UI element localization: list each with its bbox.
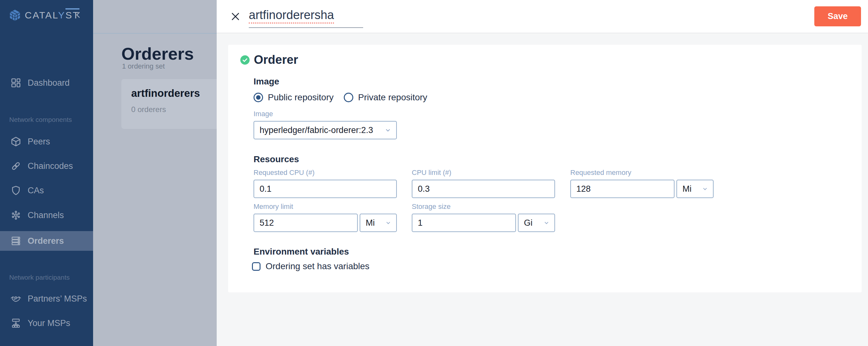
- logo: CATALYST: [0, 5, 93, 25]
- memory-limit-input[interactable]: [253, 214, 358, 232]
- storage-size-unit-select[interactable]: Gi: [518, 214, 555, 232]
- sidebar-item-label: Dashboard: [28, 78, 69, 88]
- chevron-down-icon: [543, 219, 550, 226]
- catalyst-cube-logo-icon: [8, 8, 22, 22]
- radio-public-repository[interactable]: Public repository: [253, 92, 334, 103]
- image-select[interactable]: hyperledger/fabric-orderer:2.3: [253, 121, 397, 139]
- chevron-down-icon: [702, 185, 709, 193]
- close-icon[interactable]: [229, 10, 242, 23]
- success-check-icon: [240, 55, 250, 65]
- ordering-set-card[interactable]: artfinorderers 0 orderers: [121, 79, 217, 129]
- form-header: Orderer: [240, 53, 298, 67]
- sidebar-item-your-msps[interactable]: Your MSPs: [0, 313, 93, 333]
- collapse-sidebar-icon[interactable]: [73, 9, 84, 20]
- sidebar-section-network-components: Network components: [9, 116, 72, 124]
- dashboard-icon: [10, 77, 21, 88]
- cpu-limit-input[interactable]: [412, 180, 555, 198]
- sidebar-item-label: Your MSPs: [28, 318, 70, 328]
- name-input[interactable]: artfinorderersha: [249, 8, 363, 28]
- requested-cpu-input[interactable]: [253, 180, 397, 198]
- app-root: CATALYST Dashboard Network components Pe…: [0, 0, 868, 346]
- unit-value: Gi: [524, 218, 532, 228]
- requested-memory-field: Requested memory Mi: [570, 169, 714, 198]
- handshake-icon: [10, 293, 21, 304]
- ordering-set-count: 0 orderers: [131, 105, 166, 114]
- page-title: Orderers: [121, 44, 194, 64]
- sidebar-item-dashboard[interactable]: Dashboard: [0, 73, 93, 93]
- hub-network-icon: [10, 210, 21, 220]
- sidebar-item-peers[interactable]: Peers: [0, 132, 93, 151]
- image-select-value: hyperledger/fabric-orderer:2.3: [259, 126, 373, 135]
- chevron-down-icon: [384, 126, 392, 134]
- sidebar-item-label: Partners’ MSPs: [28, 294, 87, 304]
- requested-memory-unit-select[interactable]: Mi: [676, 180, 714, 198]
- requested-memory-input[interactable]: [570, 180, 675, 198]
- sidebar-item-label: Orderers: [28, 236, 64, 246]
- requested-memory-label: Requested memory: [570, 169, 714, 177]
- sidebar-item-partners-msps[interactable]: Partners’ MSPs: [0, 289, 93, 309]
- sidebar: CATALYST Dashboard Network components Pe…: [0, 0, 93, 346]
- sidebar-item-orderers[interactable]: Orderers: [0, 231, 93, 251]
- memory-limit-label: Memory limit: [253, 203, 397, 211]
- storage-size-label: Storage size: [412, 203, 555, 211]
- storage-size-field: Storage size Gi: [412, 203, 555, 232]
- unit-value: Mi: [366, 218, 375, 228]
- name-input-value: artfinorderersha: [249, 8, 334, 24]
- memory-limit-field: Memory limit Mi: [253, 203, 397, 232]
- radio-unselected-icon: [344, 93, 353, 102]
- radio-private-repository[interactable]: Private repository: [344, 92, 427, 103]
- form-heading: Orderer: [254, 53, 298, 67]
- sidebar-item-channels[interactable]: Channels: [0, 205, 93, 225]
- image-select-field: Image hyperledger/fabric-orderer:2.3: [253, 110, 397, 139]
- checkbox-label: Ordering set has variables: [266, 261, 370, 271]
- requested-cpu-field: Requested CPU (#): [253, 169, 397, 198]
- requested-cpu-label: Requested CPU (#): [253, 169, 397, 177]
- page-subtitle: 1 ordering set: [122, 62, 165, 70]
- image-field-label: Image: [253, 110, 397, 118]
- ordering-set-name: artfinorderers: [131, 87, 200, 99]
- sidebar-item-label: Channels: [28, 210, 64, 220]
- sidebar-item-label: CAs: [28, 186, 44, 196]
- memory-limit-unit-select[interactable]: Mi: [360, 214, 397, 232]
- drawer-header: artfinorderersha Save: [217, 0, 868, 33]
- server-stack-icon: [10, 236, 21, 246]
- has-variables-checkbox-row[interactable]: Ordering set has variables: [252, 261, 370, 271]
- orderer-editor-drawer: artfinorderersha Save Orderer Image Publ…: [217, 0, 868, 346]
- chain-link-icon: [10, 161, 21, 171]
- cube-icon: [10, 136, 21, 147]
- chevron-down-icon: [385, 219, 392, 226]
- radio-label: Private repository: [358, 92, 427, 103]
- radio-selected-icon: [253, 93, 263, 102]
- cpu-limit-field: CPU limit (#): [412, 169, 555, 198]
- orderer-form-card: Orderer Image Public repository Private …: [228, 45, 862, 292]
- sidebar-item-label: Peers: [28, 137, 50, 147]
- orderers-list-panel: Orderers 1 ordering set artfinorderers 0…: [93, 0, 217, 346]
- sidebar-item-chaincodes[interactable]: Chaincodes: [0, 156, 93, 176]
- cpu-limit-label: CPU limit (#): [412, 169, 555, 177]
- sidebar-item-label: Chaincodes: [28, 161, 73, 171]
- storage-size-input[interactable]: [412, 214, 516, 232]
- resources-section-heading: Resources: [253, 154, 299, 165]
- env-section-heading: Environment variables: [253, 247, 349, 257]
- shield-icon: [10, 185, 21, 196]
- drawer-body: Orderer Image Public repository Private …: [217, 34, 868, 346]
- radio-label: Public repository: [268, 92, 334, 103]
- org-chart-icon: [10, 318, 21, 328]
- panel-header-divider: [93, 33, 217, 34]
- sidebar-item-cas[interactable]: CAs: [0, 181, 93, 200]
- save-button[interactable]: Save: [814, 6, 861, 26]
- sidebar-section-network-participants: Network participants: [9, 274, 69, 281]
- checkbox-unchecked-icon[interactable]: [252, 262, 260, 271]
- image-section-heading: Image: [253, 76, 279, 86]
- brand-wordmark: CATALYST: [25, 10, 80, 21]
- unit-value: Mi: [682, 184, 692, 194]
